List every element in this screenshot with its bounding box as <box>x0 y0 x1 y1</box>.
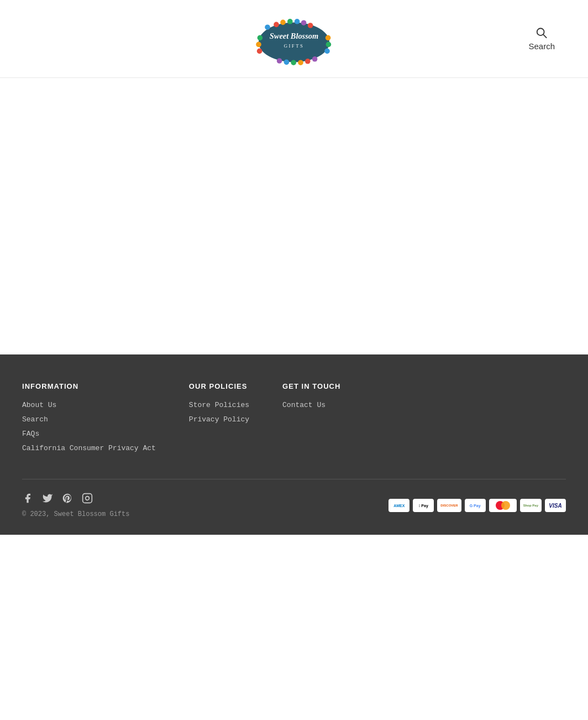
search-label: Search <box>528 41 555 51</box>
svg-text:Sweet Blossom: Sweet Blossom <box>270 32 318 40</box>
footer-columns: Information About Us Search FAQs Califor… <box>22 382 566 457</box>
pinterest-icon[interactable] <box>62 493 73 504</box>
store-policies-link[interactable]: Store Policies <box>189 401 249 409</box>
svg-point-15 <box>277 58 282 64</box>
logo-area: Sweet Blossom GIFTS <box>22 17 566 66</box>
svg-point-3 <box>287 19 293 24</box>
svg-point-8 <box>326 42 332 48</box>
about-us-link[interactable]: About Us <box>22 401 56 409</box>
footer-information-column: Information About Us Search FAQs Califor… <box>22 382 156 457</box>
shopify-pay-icon: Shop Pay <box>520 499 542 512</box>
footer-contact-column: Get In Touch Contact Us <box>282 382 340 457</box>
information-heading: Information <box>22 382 156 390</box>
svg-point-1 <box>274 22 279 28</box>
svg-point-18 <box>258 35 263 41</box>
apple-pay-icon:  Pay <box>413 499 434 512</box>
search-button[interactable]: Search <box>528 27 555 51</box>
copyright: © 2023, Sweet Blossom Gifts <box>22 510 129 518</box>
svg-point-14 <box>284 60 290 65</box>
payment-icons: AMEX  Pay DISCOVER G Pay Shop Pay V <box>389 499 566 512</box>
svg-point-13 <box>291 60 296 65</box>
information-links: About Us Search FAQs California Consumer… <box>22 399 156 452</box>
policies-heading: Our Policies <box>189 382 249 390</box>
google-pay-icon: G Pay <box>465 499 486 512</box>
svg-point-9 <box>324 49 330 54</box>
policies-links: Store Policies Privacy Policy <box>189 399 249 424</box>
svg-point-11 <box>305 59 311 64</box>
svg-point-12 <box>298 60 303 65</box>
svg-text:GIFTS: GIFTS <box>284 43 304 49</box>
list-item: California Consumer Privacy Act <box>22 442 156 452</box>
faqs-link[interactable]: FAQs <box>22 430 39 438</box>
list-item: Store Policies <box>189 399 249 409</box>
ccpa-link[interactable]: California Consumer Privacy Act <box>22 444 156 452</box>
contact-heading: Get In Touch <box>282 382 340 390</box>
amex-payment-icon: AMEX <box>389 499 410 512</box>
list-item: Contact Us <box>282 399 340 409</box>
contact-us-link[interactable]: Contact Us <box>282 401 326 409</box>
header: Sweet Blossom GIFTS Search <box>0 0 588 78</box>
mastercard-icon <box>489 499 517 512</box>
svg-point-22 <box>537 28 544 35</box>
privacy-policy-link[interactable]: Privacy Policy <box>189 415 249 424</box>
svg-point-16 <box>257 49 262 54</box>
svg-point-19 <box>265 24 270 30</box>
search-link[interactable]: Search <box>22 415 48 424</box>
social-icons <box>22 493 129 504</box>
logo: Sweet Blossom GIFTS <box>250 17 338 66</box>
contact-links: Contact Us <box>282 399 340 409</box>
list-item: Search <box>22 414 156 424</box>
footer-bottom-left: © 2023, Sweet Blossom Gifts <box>22 493 129 518</box>
footer: Information About Us Search FAQs Califor… <box>0 354 588 535</box>
svg-point-4 <box>295 19 300 24</box>
logo-svg: Sweet Blossom GIFTS <box>250 17 338 65</box>
twitter-icon[interactable] <box>42 493 53 504</box>
instagram-icon[interactable] <box>82 493 93 504</box>
svg-point-5 <box>301 20 307 25</box>
svg-point-10 <box>312 56 318 62</box>
list-item: Privacy Policy <box>189 414 249 424</box>
footer-bottom: © 2023, Sweet Blossom Gifts AMEX  Pay D… <box>22 479 566 518</box>
facebook-icon[interactable] <box>22 493 33 504</box>
list-item: About Us <box>22 399 156 409</box>
search-icon <box>536 27 548 39</box>
svg-rect-24 <box>83 494 92 503</box>
svg-line-23 <box>543 35 547 38</box>
discover-icon: DISCOVER <box>437 499 461 512</box>
footer-policies-column: Our Policies Store Policies Privacy Poli… <box>189 382 249 457</box>
svg-point-17 <box>256 42 261 48</box>
svg-point-2 <box>280 20 286 25</box>
visa-icon: VISA <box>545 499 566 512</box>
main-content <box>0 78 588 354</box>
svg-point-27 <box>501 501 510 510</box>
svg-point-6 <box>308 23 313 28</box>
list-item: FAQs <box>22 428 156 438</box>
svg-point-7 <box>326 35 331 41</box>
